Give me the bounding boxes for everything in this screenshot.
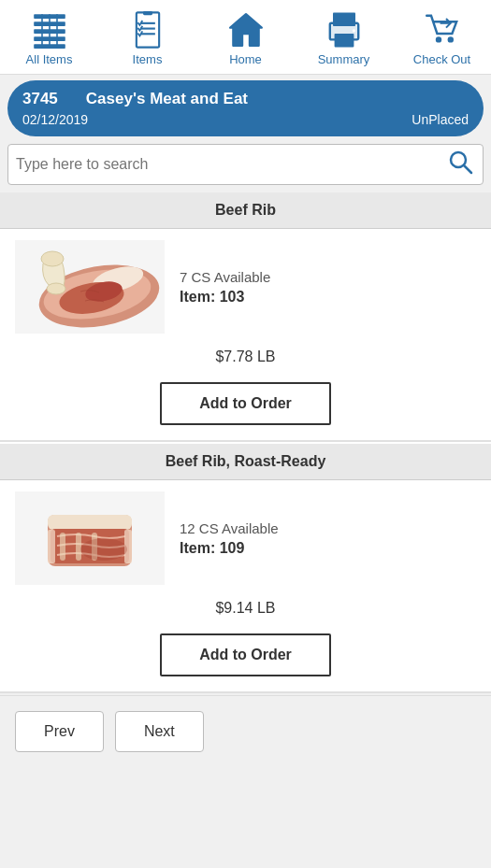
svg-point-41 [80, 538, 127, 561]
item-price-0: $7.78 LB [0, 345, 491, 375]
svg-rect-38 [60, 533, 65, 561]
svg-rect-18 [334, 34, 354, 47]
item-name-1: Beef Rib, Roast-Ready [0, 444, 491, 480]
nav-all-items[interactable]: All Items [0, 6, 98, 70]
item-details-1: 12 CS Available Item: 109 [180, 520, 279, 557]
nav-summary[interactable]: Summary [295, 6, 393, 70]
nav-home-label: Home [229, 52, 262, 66]
item-card-0: Beef Rib [0, 192, 491, 442]
add-to-order-button-0[interactable]: Add to Order [160, 382, 331, 425]
checklist-icon [125, 9, 170, 50]
item-body-1: 12 CS Available Item: 109 [0, 480, 491, 596]
svg-point-21 [447, 36, 453, 42]
svg-line-24 [464, 165, 471, 173]
cart-icon [420, 9, 465, 50]
item-details-0: 7 CS Available Item: 103 [180, 269, 270, 306]
nav-all-items-label: All Items [26, 52, 73, 66]
svg-point-32 [47, 283, 65, 294]
order-id: 3745 [22, 90, 58, 108]
item-price-1: $9.14 LB [0, 596, 491, 626]
nav-items[interactable]: Items [98, 6, 196, 70]
item-name-0: Beef Rib [0, 192, 491, 229]
svg-rect-34 [48, 515, 132, 530]
list-icon [27, 9, 72, 50]
item-body-0: 7 CS Available Item: 103 [0, 229, 491, 345]
nav-items-label: Items [133, 52, 163, 66]
bottom-navigation: Prev Next [0, 695, 491, 767]
prev-button[interactable]: Prev [15, 711, 104, 752]
nav-home[interactable]: Home [196, 6, 295, 70]
svg-rect-7 [56, 14, 58, 49]
svg-rect-5 [41, 14, 43, 49]
svg-point-20 [435, 36, 440, 42]
next-button[interactable]: Next [115, 711, 204, 752]
nav-summary-label: Summary [318, 52, 370, 66]
nav-checkout[interactable]: Check Out [393, 6, 491, 70]
item-number-1: Item: 109 [180, 540, 279, 557]
svg-rect-6 [49, 14, 51, 49]
items-list: Beef Rib [0, 192, 491, 693]
top-navigation: All Items Items Home [0, 0, 491, 75]
item-action-0: Add to Order [0, 375, 491, 440]
item-card-1: Beef Rib, Roast-Ready [0, 444, 491, 693]
svg-rect-39 [76, 533, 81, 561]
search-input[interactable] [16, 156, 447, 173]
printer-icon [322, 9, 367, 50]
add-to-order-button-1[interactable]: Add to Order [160, 633, 331, 676]
svg-rect-9 [143, 11, 152, 15]
search-bar [7, 144, 484, 185]
item-available-1: 12 CS Available [180, 520, 279, 536]
item-image-0 [15, 240, 165, 334]
svg-marker-14 [230, 14, 262, 46]
item-action-1: Add to Order [0, 626, 491, 691]
order-name: Casey's Meat and Eat [86, 90, 248, 108]
svg-rect-36 [48, 530, 55, 563]
item-image-1 [15, 491, 165, 585]
svg-point-31 [41, 251, 64, 266]
order-header: 3745 Casey's Meat and Eat 02/12/2019 UnP… [7, 80, 484, 136]
svg-point-19 [352, 29, 354, 32]
item-number-0: Item: 103 [180, 289, 270, 306]
home-icon [224, 9, 268, 50]
order-date: 02/12/2019 [22, 112, 88, 127]
nav-checkout-label: Check Out [413, 52, 470, 66]
order-status: UnPlaced [412, 112, 469, 127]
item-available-0: 7 CS Available [180, 269, 270, 285]
search-icon[interactable] [447, 149, 475, 180]
